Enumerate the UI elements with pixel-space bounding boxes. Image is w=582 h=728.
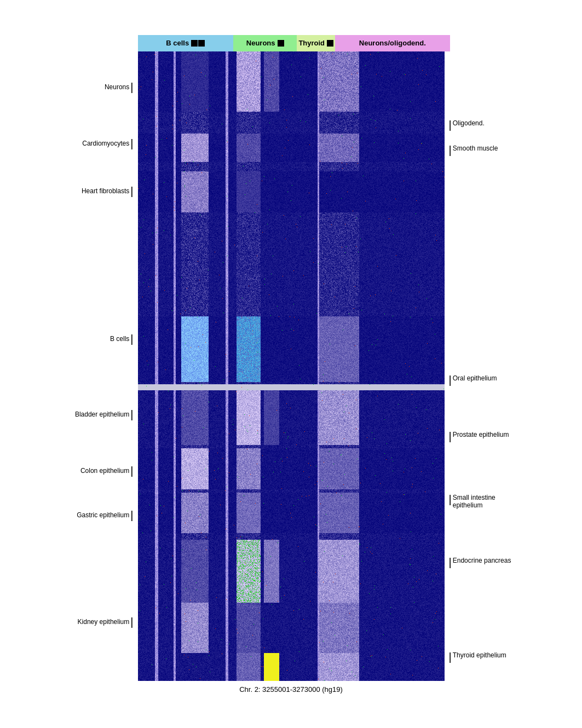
right-label-small-intestine: | Small intestine epithelium [449,494,513,509]
bcells-label: B cells [166,39,189,47]
left-label-colon: Colon epithelium | [80,465,134,476]
neuro-oligo-label: Neurons/oligodend. [359,39,426,47]
left-label-bcells: B cells | [110,333,134,344]
left-label-bladder: Bladder epithelium | [75,409,134,420]
color-bar-thyroid: Thyroid [297,35,335,51]
left-label-gastric: Gastric epithelium | [77,510,133,521]
right-label-oligodend: | Oligodend. [449,119,485,130]
color-bar-bcells: B cells [138,35,233,51]
heatmap-canvas [138,51,445,681]
color-bar-neurons: Neurons [233,35,297,51]
heatmap-canvas-wrapper [138,51,445,681]
heatmap-wrapper: Neurons | Cardiomyocytes | Heart fibrobl… [67,51,516,681]
bcells-square2 [198,40,205,47]
right-label-smooth-muscle: | Smooth muscle [449,145,498,155]
right-labels: | Oligodend. | Smooth muscle | Oral epit… [445,51,516,681]
color-bar-section: B cells Neurons Thyroid Neurons/oligoden… [138,35,450,51]
neurons-label: Neurons [246,39,275,47]
right-label-thyroid-epithelium: | Thyroid epithelium [449,651,506,662]
right-label-endocrine-pancreas: | Endocrine pancreas [449,557,511,568]
color-bar-neuro-oligo: Neurons/oligodend. [335,35,450,51]
left-label-heart-fibroblasts: Heart fibroblasts | [82,186,134,197]
left-labels: Neurons | Cardiomyocytes | Heart fibrobl… [67,51,138,681]
x-axis-label: Chr. 2: 3255001-3273000 (hg19) [67,685,516,694]
thyroid-label: Thyroid [298,39,325,47]
color-bar-row: B cells Neurons Thyroid Neurons/oligoden… [138,35,450,51]
left-label-neurons: Neurons | [105,82,134,93]
figure-container: B cells Neurons Thyroid Neurons/oligoden… [67,35,516,694]
right-label-prostate-epithelium: | Prostate epithelium [449,431,509,442]
left-label-kidney: Kidney epithelium | [78,616,134,627]
neurons-square [278,40,284,47]
right-label-oral-epithelium: | Oral epithelium [449,374,497,385]
left-label-cardiomyocytes: Cardiomyocytes | [82,138,133,149]
bcells-square [191,40,198,47]
thyroid-square [327,40,333,47]
